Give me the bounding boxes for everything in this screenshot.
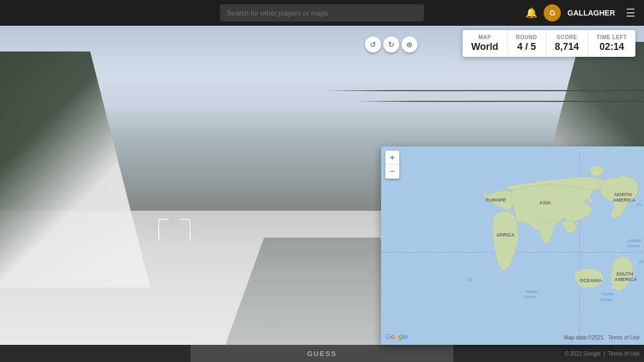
snow-tree-left [0, 51, 150, 287]
rotate-left-button[interactable]: ↺ [365, 36, 381, 53]
ski-lift-wire-2 [354, 101, 644, 102]
crosshair-marker [158, 219, 191, 240]
south-america-label: SOUTH [616, 271, 633, 277]
south-america-label2: AMERICA [614, 277, 637, 282]
time-cell: TIME LEFT 02:14 [588, 30, 635, 57]
bottom-terms-link[interactable]: Terms of Use [608, 351, 640, 357]
atlantic-ocean-label: Atlantic [627, 238, 642, 243]
map-container[interactable]: ASIA EUROPE AFRICA NORTH AMERICA SOUTH A… [381, 146, 644, 345]
asia-label: ASIA [539, 200, 551, 205]
rotate-right-button[interactable]: ↻ [383, 36, 399, 53]
score-label: SCORE [555, 34, 579, 40]
score-cell: SCORE 8,714 [546, 30, 588, 57]
indian-ocean-label2: Ocean [523, 294, 536, 299]
indian-ocean-label: Indian [526, 289, 538, 294]
round-label: ROUND [516, 34, 537, 40]
zoom-street-button[interactable]: ⊕ [401, 36, 418, 53]
north-america-label: NORTH [614, 192, 632, 197]
atlantic-ocean-label2: Ocean [627, 243, 640, 248]
round-cell: ROUND 4 / 5 [508, 30, 546, 57]
time-value: 02:14 [597, 41, 627, 53]
notification-bell-icon[interactable]: 🔔 [525, 7, 537, 19]
pacific-ocean-label2: Ocean [600, 297, 613, 302]
score-value: 8,714 [555, 41, 579, 53]
map-data-copyright: Map data ©2021 [564, 335, 604, 341]
user-avatar[interactable]: G [544, 4, 561, 21]
guess-button[interactable]: GUESS [191, 345, 453, 362]
africa-label: AFRICA [496, 232, 515, 238]
hamburger-menu-icon[interactable]: ☰ [626, 6, 635, 19]
username-label: GALLAGHER [567, 9, 615, 17]
ski-lift-wire [322, 90, 644, 91]
search-input[interactable] [220, 4, 424, 21]
zoom-in-button[interactable]: + [385, 151, 399, 165]
bottom-copyright: © 2021 Google | Terms of Use [565, 351, 640, 357]
map-value: World [471, 41, 499, 53]
main-view: ↺ ↻ ⊕ MAP World ROUND 4 / 5 SCORE 8,714 … [0, 26, 644, 345]
europe-label: EUROPE [486, 197, 506, 203]
round-value: 4 / 5 [516, 41, 537, 53]
eu-label: EU [468, 277, 474, 282]
top-navigation: 🔔 G GALLAGHER ☰ [0, 0, 644, 26]
bottom-bar: GUESS © 2021 Google | Terms of Use [0, 345, 644, 362]
street-view-controls: ↺ ↻ ⊕ [365, 36, 418, 53]
oceania-label: OCEANIA [580, 278, 602, 283]
map-overlay[interactable]: ASIA EUROPE AFRICA NORTH AMERICA SOUTH A… [381, 146, 644, 345]
af-label: AF [638, 260, 644, 264]
north-america-label2: AMERICA [613, 197, 635, 203]
bottom-copyright-text: © 2021 Google [565, 351, 601, 357]
map-terms-link[interactable]: Terms of Use [608, 335, 640, 341]
score-panel: MAP World ROUND 4 / 5 SCORE 8,714 TIME L… [463, 30, 635, 57]
map-copyright: Map data ©2021 Terms of Use [564, 335, 640, 341]
time-label: TIME LEFT [597, 34, 627, 40]
zoom-out-button[interactable]: − [385, 165, 399, 179]
zoom-controls: + − [385, 151, 399, 179]
pacific-ocean-label: Pacific [601, 292, 614, 297]
eu2-label: EU [636, 202, 642, 207]
map-cell: MAP World [463, 30, 508, 57]
google-logo: Google [385, 333, 408, 341]
nav-right-section: 🔔 G GALLAGHER ☰ [525, 4, 635, 21]
map-label: MAP [471, 34, 499, 40]
world-map-svg: ASIA EUROPE AFRICA NORTH AMERICA SOUTH A… [381, 146, 644, 345]
